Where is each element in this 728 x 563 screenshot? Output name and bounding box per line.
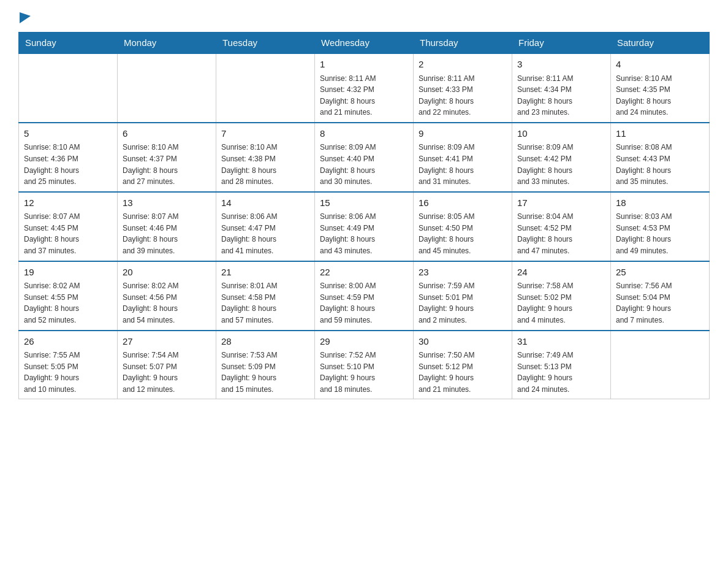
day-number: 25 [616, 266, 704, 280]
page-header [18, 12, 710, 26]
day-info: Sunrise: 8:08 AM Sunset: 4:43 PM Dayligh… [616, 142, 704, 187]
calendar-cell: 2Sunrise: 8:11 AM Sunset: 4:33 PM Daylig… [414, 53, 512, 123]
day-number: 11 [616, 127, 704, 141]
day-info: Sunrise: 7:49 AM Sunset: 5:13 PM Dayligh… [517, 350, 605, 395]
day-info: Sunrise: 7:50 AM Sunset: 5:12 PM Dayligh… [419, 350, 507, 395]
day-info: Sunrise: 7:52 AM Sunset: 5:10 PM Dayligh… [320, 350, 408, 395]
day-number: 14 [221, 196, 309, 210]
week-row-2: 5Sunrise: 8:10 AM Sunset: 4:36 PM Daylig… [19, 123, 710, 192]
day-number: 17 [517, 196, 605, 210]
day-info: Sunrise: 8:07 AM Sunset: 4:46 PM Dayligh… [123, 211, 211, 256]
day-number: 9 [419, 127, 507, 141]
calendar-cell: 8Sunrise: 8:09 AM Sunset: 4:40 PM Daylig… [315, 123, 414, 192]
calendar-cell: 17Sunrise: 8:04 AM Sunset: 4:52 PM Dayli… [512, 192, 611, 261]
day-info: Sunrise: 8:06 AM Sunset: 4:47 PM Dayligh… [221, 211, 309, 256]
day-number: 10 [517, 127, 605, 141]
calendar-cell: 21Sunrise: 8:01 AM Sunset: 4:58 PM Dayli… [216, 261, 315, 331]
calendar-cell: 13Sunrise: 8:07 AM Sunset: 4:46 PM Dayli… [118, 192, 216, 261]
logo [18, 12, 31, 26]
day-number: 16 [419, 196, 507, 210]
day-number: 4 [616, 58, 704, 72]
day-info: Sunrise: 8:10 AM Sunset: 4:35 PM Dayligh… [616, 73, 704, 118]
calendar-cell: 24Sunrise: 7:58 AM Sunset: 5:02 PM Dayli… [512, 261, 611, 331]
day-info: Sunrise: 8:03 AM Sunset: 4:53 PM Dayligh… [616, 211, 704, 256]
calendar-cell [611, 331, 710, 399]
calendar-cell: 31Sunrise: 7:49 AM Sunset: 5:13 PM Dayli… [512, 331, 611, 399]
day-info: Sunrise: 7:54 AM Sunset: 5:07 PM Dayligh… [123, 350, 211, 395]
day-number: 31 [517, 335, 605, 349]
day-info: Sunrise: 8:09 AM Sunset: 4:41 PM Dayligh… [419, 142, 507, 187]
day-info: Sunrise: 8:09 AM Sunset: 4:40 PM Dayligh… [320, 142, 408, 187]
calendar-cell [118, 53, 216, 123]
day-number: 1 [320, 58, 408, 72]
day-info: Sunrise: 8:09 AM Sunset: 4:42 PM Dayligh… [517, 142, 605, 187]
weekday-header-saturday: Saturday [611, 33, 710, 54]
calendar-cell: 9Sunrise: 8:09 AM Sunset: 4:41 PM Daylig… [414, 123, 512, 192]
day-number: 21 [221, 266, 309, 280]
weekday-header-wednesday: Wednesday [315, 33, 414, 54]
day-number: 20 [123, 266, 211, 280]
day-number: 5 [24, 127, 112, 141]
calendar-cell [19, 53, 118, 123]
day-info: Sunrise: 7:56 AM Sunset: 5:04 PM Dayligh… [616, 280, 704, 326]
day-number: 23 [419, 266, 507, 280]
calendar-cell: 16Sunrise: 8:05 AM Sunset: 4:50 PM Dayli… [414, 192, 512, 261]
calendar-cell: 28Sunrise: 7:53 AM Sunset: 5:09 PM Dayli… [216, 331, 315, 399]
day-info: Sunrise: 8:00 AM Sunset: 4:59 PM Dayligh… [320, 280, 408, 326]
calendar-cell: 6Sunrise: 8:10 AM Sunset: 4:37 PM Daylig… [118, 123, 216, 192]
day-number: 6 [123, 127, 211, 141]
day-info: Sunrise: 8:11 AM Sunset: 4:34 PM Dayligh… [517, 73, 605, 118]
weekday-header-row: SundayMondayTuesdayWednesdayThursdayFrid… [19, 33, 710, 54]
calendar-cell [216, 53, 315, 123]
day-number: 13 [123, 196, 211, 210]
calendar-cell: 27Sunrise: 7:54 AM Sunset: 5:07 PM Dayli… [118, 331, 216, 399]
day-info: Sunrise: 8:11 AM Sunset: 4:32 PM Dayligh… [320, 73, 408, 118]
calendar-cell: 20Sunrise: 8:02 AM Sunset: 4:56 PM Dayli… [118, 261, 216, 331]
calendar-cell: 22Sunrise: 8:00 AM Sunset: 4:59 PM Dayli… [315, 261, 414, 331]
weekday-header-sunday: Sunday [19, 33, 118, 54]
day-number: 15 [320, 196, 408, 210]
calendar-cell: 5Sunrise: 8:10 AM Sunset: 4:36 PM Daylig… [19, 123, 118, 192]
weekday-header-tuesday: Tuesday [216, 33, 315, 54]
day-info: Sunrise: 7:59 AM Sunset: 5:01 PM Dayligh… [419, 280, 507, 326]
day-number: 26 [24, 335, 112, 349]
week-row-3: 12Sunrise: 8:07 AM Sunset: 4:45 PM Dayli… [19, 192, 710, 261]
calendar-cell: 18Sunrise: 8:03 AM Sunset: 4:53 PM Dayli… [611, 192, 710, 261]
day-info: Sunrise: 8:02 AM Sunset: 4:55 PM Dayligh… [24, 280, 112, 326]
day-number: 2 [419, 58, 507, 72]
day-info: Sunrise: 8:02 AM Sunset: 4:56 PM Dayligh… [123, 280, 211, 326]
calendar-cell: 14Sunrise: 8:06 AM Sunset: 4:47 PM Dayli… [216, 192, 315, 261]
day-info: Sunrise: 8:11 AM Sunset: 4:33 PM Dayligh… [419, 73, 507, 118]
weekday-header-thursday: Thursday [414, 33, 512, 54]
day-number: 3 [517, 58, 605, 72]
calendar-cell: 29Sunrise: 7:52 AM Sunset: 5:10 PM Dayli… [315, 331, 414, 399]
calendar-cell: 10Sunrise: 8:09 AM Sunset: 4:42 PM Dayli… [512, 123, 611, 192]
weekday-header-monday: Monday [118, 33, 216, 54]
day-info: Sunrise: 7:53 AM Sunset: 5:09 PM Dayligh… [221, 350, 309, 395]
calendar-cell: 19Sunrise: 8:02 AM Sunset: 4:55 PM Dayli… [19, 261, 118, 331]
calendar-cell: 25Sunrise: 7:56 AM Sunset: 5:04 PM Dayli… [611, 261, 710, 331]
day-info: Sunrise: 8:05 AM Sunset: 4:50 PM Dayligh… [419, 211, 507, 256]
week-row-1: 1Sunrise: 8:11 AM Sunset: 4:32 PM Daylig… [19, 53, 710, 123]
calendar-cell: 30Sunrise: 7:50 AM Sunset: 5:12 PM Dayli… [414, 331, 512, 399]
svg-marker-0 [20, 12, 31, 23]
day-number: 19 [24, 266, 112, 280]
calendar-table: SundayMondayTuesdayWednesdayThursdayFrid… [18, 32, 710, 399]
calendar-cell: 26Sunrise: 7:55 AM Sunset: 5:05 PM Dayli… [19, 331, 118, 399]
day-info: Sunrise: 7:58 AM Sunset: 5:02 PM Dayligh… [517, 280, 605, 326]
logo-arrow-icon [20, 12, 31, 23]
day-info: Sunrise: 8:04 AM Sunset: 4:52 PM Dayligh… [517, 211, 605, 256]
day-number: 30 [419, 335, 507, 349]
weekday-header-friday: Friday [512, 33, 611, 54]
day-info: Sunrise: 8:01 AM Sunset: 4:58 PM Dayligh… [221, 280, 309, 326]
day-number: 18 [616, 196, 704, 210]
day-number: 8 [320, 127, 408, 141]
week-row-5: 26Sunrise: 7:55 AM Sunset: 5:05 PM Dayli… [19, 331, 710, 399]
day-number: 28 [221, 335, 309, 349]
day-info: Sunrise: 8:10 AM Sunset: 4:38 PM Dayligh… [221, 142, 309, 187]
calendar-cell: 15Sunrise: 8:06 AM Sunset: 4:49 PM Dayli… [315, 192, 414, 261]
day-number: 7 [221, 127, 309, 141]
day-number: 22 [320, 266, 408, 280]
day-number: 24 [517, 266, 605, 280]
day-info: Sunrise: 8:10 AM Sunset: 4:37 PM Dayligh… [123, 142, 211, 187]
